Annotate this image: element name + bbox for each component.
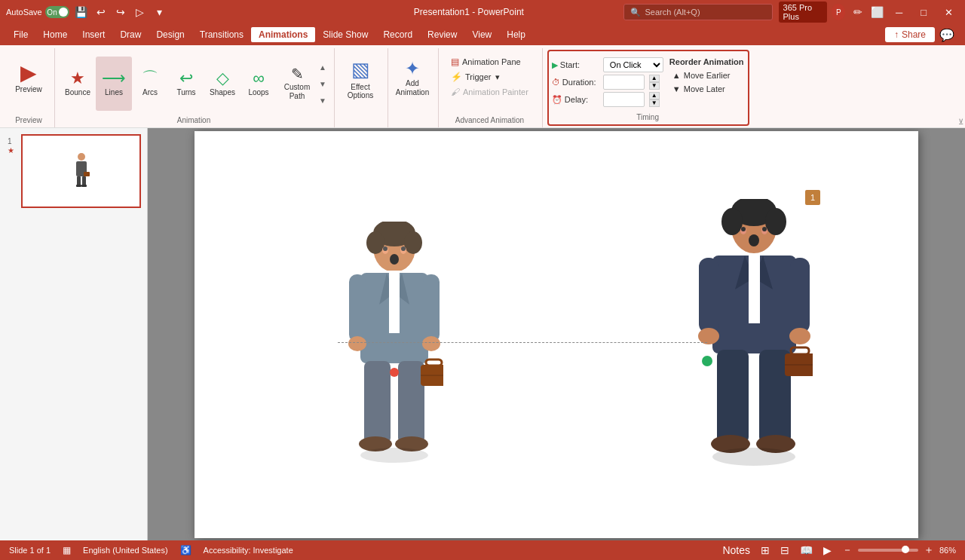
add-animation-label: Add Animation bbox=[394, 79, 430, 97]
anim-turns[interactable]: ↩ Turns bbox=[168, 57, 204, 111]
title-bar: AutoSave On 💾 ↩ ↪ ▷ ▾ Presentation1 - Po… bbox=[0, 0, 965, 24]
search-icon: 🔍 bbox=[630, 8, 641, 17]
delay-down[interactable]: ▼ bbox=[649, 99, 660, 107]
effect-options-button[interactable]: ▧ Effect Options bbox=[339, 51, 381, 106]
preview-button[interactable]: ▶ Preview bbox=[9, 51, 48, 106]
menu-insert[interactable]: Insert bbox=[75, 27, 112, 42]
share-button[interactable]: ↑ Share bbox=[885, 27, 935, 42]
comment-button[interactable]: 💬 bbox=[935, 28, 959, 42]
loops-icon: ∞ bbox=[253, 70, 265, 87]
zoom-out-button[interactable]: － bbox=[840, 543, 855, 557]
feedback-button[interactable]: ✏ bbox=[851, 5, 864, 20]
save-button[interactable]: 💾 bbox=[74, 5, 89, 20]
timing-controls: ▶ Start: On Click With Previous After Pr… bbox=[552, 54, 663, 107]
animation-pane-button[interactable]: ▤ Animation Pane bbox=[448, 54, 532, 69]
delay-input[interactable]: 00.00 bbox=[603, 92, 645, 107]
slideshow-button[interactable]: ▶ bbox=[821, 544, 834, 556]
more-button[interactable]: ▾ bbox=[152, 5, 167, 20]
animation-painter-label: Animation Painter bbox=[463, 87, 528, 96]
start-dropdown[interactable]: On Click With Previous After Previous bbox=[603, 57, 663, 72]
undo-button[interactable]: ↩ bbox=[93, 5, 109, 20]
svg-point-24 bbox=[422, 336, 440, 351]
anim-scroll-middle[interactable]: ▼ bbox=[317, 76, 328, 91]
menu-home[interactable]: Home bbox=[35, 27, 75, 42]
svg-point-51 bbox=[789, 328, 810, 344]
timing-inner: ▶ Start: On Click With Previous After Pr… bbox=[552, 54, 744, 112]
reading-view-button[interactable]: 📖 bbox=[798, 544, 815, 556]
menu-record[interactable]: Record bbox=[375, 27, 420, 42]
ribbon-add-animation-section: ✦ Add Animation - bbox=[390, 48, 439, 127]
anim-loops[interactable]: ∞ Loops bbox=[240, 57, 277, 111]
menu-design[interactable]: Design bbox=[149, 27, 191, 42]
figure-right[interactable]: 1 bbox=[696, 199, 813, 470]
shapes-icon: ◇ bbox=[216, 70, 229, 87]
advanced-animation-group: ▤ Animation Pane ⚡ Trigger ▾ 🖌 Animation… bbox=[443, 51, 536, 99]
anim-scroll-up[interactable]: ▲ bbox=[317, 60, 328, 75]
menu-draw[interactable]: Draw bbox=[112, 27, 149, 42]
move-later-icon: ▼ bbox=[672, 84, 681, 93]
advanced-top: ▤ Animation Pane ⚡ Trigger ▾ 🖌 Animation… bbox=[443, 48, 536, 116]
search-input[interactable] bbox=[645, 8, 766, 17]
add-animation-button[interactable]: ✦ Add Animation bbox=[393, 51, 432, 106]
preview-top: ▶ Preview bbox=[9, 48, 48, 116]
menu-animations[interactable]: Animations bbox=[251, 27, 315, 42]
slide-thumbnail[interactable] bbox=[21, 134, 141, 208]
menu-review[interactable]: Review bbox=[420, 27, 464, 42]
figure-left[interactable] bbox=[345, 222, 443, 470]
svg-rect-4 bbox=[76, 185, 81, 187]
anim-lines[interactable]: ⟶ Lines bbox=[96, 57, 132, 111]
slide-canvas[interactable]: 1 bbox=[195, 131, 918, 538]
svg-rect-47 bbox=[749, 256, 760, 323]
delay-up[interactable]: ▲ bbox=[649, 92, 660, 99]
redo-button[interactable]: ↪ bbox=[113, 5, 128, 20]
svg-rect-22 bbox=[423, 274, 440, 342]
autosave-toggle: AutoSave On bbox=[6, 6, 69, 18]
ribbon-expand-button[interactable]: ⊻ bbox=[958, 118, 963, 126]
delay-clock-icon: ⏰ bbox=[552, 95, 562, 105]
menu-help[interactable]: Help bbox=[499, 27, 533, 42]
advanced-section-label: Advanced Animation bbox=[443, 116, 536, 127]
maximize-button[interactable]: □ bbox=[914, 0, 933, 24]
trigger-button[interactable]: ⚡ Trigger ▾ bbox=[448, 69, 532, 84]
normal-view-button[interactable]: ⊞ bbox=[758, 544, 772, 556]
slide-star: ★ bbox=[8, 146, 14, 155]
menu-transitions[interactable]: Transitions bbox=[192, 27, 251, 42]
zoom-slider[interactable] bbox=[858, 549, 918, 552]
svg-point-60 bbox=[702, 356, 712, 366]
account-badge: 365 Pro Plus bbox=[779, 2, 828, 23]
turns-label: Turns bbox=[176, 88, 195, 97]
duration-down[interactable]: ▼ bbox=[649, 82, 660, 90]
app-title-text: Presentation1 - PowerPoint bbox=[414, 7, 524, 17]
anim-bounce[interactable]: ★ Bounce bbox=[60, 57, 96, 111]
duration-input[interactable]: 02.00 bbox=[603, 75, 645, 90]
zoom-in-button[interactable]: ＋ bbox=[921, 543, 936, 557]
bounce-label: Bounce bbox=[65, 88, 90, 97]
preview-icon: ▶ bbox=[20, 63, 37, 84]
anim-scroll-down[interactable]: ▼ bbox=[317, 93, 328, 108]
animation-painter-button[interactable]: 🖌 Animation Painter bbox=[448, 84, 532, 99]
move-later-button[interactable]: ▼ Move Later bbox=[669, 83, 744, 95]
slide-sorter-button[interactable]: ⊟ bbox=[778, 544, 792, 556]
menu-file[interactable]: File bbox=[6, 27, 35, 42]
minimize-button[interactable]: ─ bbox=[890, 0, 908, 24]
duration-up[interactable]: ▲ bbox=[649, 75, 660, 82]
ribbon-animations-section: ★ Bounce ⟶ Lines ⌒ Arcs ↩ Turns bbox=[57, 48, 335, 127]
autosave-toggle-button[interactable]: On bbox=[45, 6, 69, 18]
move-earlier-button[interactable]: ▲ Move Earlier bbox=[669, 69, 744, 81]
menu-view[interactable]: View bbox=[464, 27, 499, 42]
anim-arcs[interactable]: ⌒ Arcs bbox=[132, 57, 168, 111]
close-button[interactable]: ✕ bbox=[939, 0, 959, 24]
duration-label: ⏱ Duration: bbox=[552, 78, 599, 87]
svg-point-33 bbox=[390, 368, 399, 377]
ribbon-display-button[interactable]: ⬜ bbox=[871, 5, 884, 20]
share-label: Share bbox=[902, 29, 926, 40]
search-bar[interactable]: 🔍 bbox=[623, 4, 773, 20]
animations-top: ★ Bounce ⟶ Lines ⌒ Arcs ↩ Turns bbox=[60, 48, 328, 116]
notes-button[interactable]: Notes bbox=[720, 544, 752, 556]
svg-rect-48 bbox=[699, 258, 718, 333]
present-button[interactable]: ▷ bbox=[133, 5, 148, 20]
anim-custom-path[interactable]: ✎ Custom Path bbox=[277, 57, 317, 111]
menu-slideshow[interactable]: Slide Show bbox=[315, 27, 375, 42]
anim-shapes[interactable]: ◇ Shapes bbox=[204, 57, 240, 111]
account-avatar[interactable]: P bbox=[832, 4, 845, 20]
